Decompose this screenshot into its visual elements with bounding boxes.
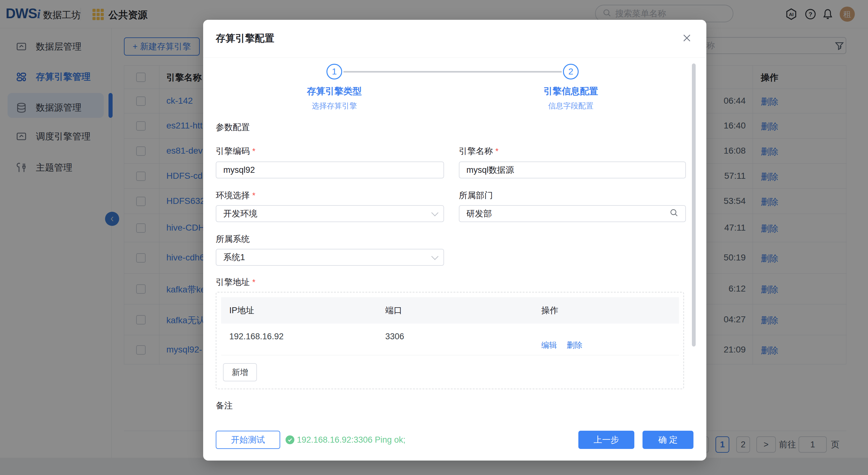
required-mark: *	[252, 191, 255, 200]
step-2-circle: 2	[563, 64, 579, 79]
system-select[interactable]: 系统1	[216, 249, 444, 266]
step-1-title: 存算引擎类型	[287, 85, 381, 98]
dialog-header-divider	[203, 58, 706, 58]
ping-result-text: 192.168.16.92:3306 Ping ok;	[297, 435, 405, 445]
engine-name-input[interactable]	[466, 165, 678, 175]
address-edit-link[interactable]: 编辑	[541, 340, 557, 350]
confirm-button[interactable]: 确 定	[643, 431, 693, 449]
chevron-down-icon	[432, 209, 439, 216]
modal-scrollbar[interactable]	[692, 64, 696, 346]
step-1-circle: 1	[327, 64, 342, 79]
params-section-title: 参数配置	[216, 122, 250, 133]
start-test-button[interactable]: 开始测试	[216, 431, 280, 449]
address-ip: 192.168.16.92	[229, 332, 284, 341]
required-mark: *	[495, 146, 498, 156]
env-label: 环境选择*	[216, 190, 255, 201]
engine-config-dialog: 存算引擎配置 1 2 存算引擎类型 选择存算引擎 引擎信息配置 信息字段配置 参…	[203, 20, 706, 461]
address-delete-link[interactable]: 删除	[567, 340, 583, 350]
step-2-number: 2	[568, 67, 573, 77]
address-label: 引擎地址*	[216, 276, 255, 288]
system-select-value: 系统1	[223, 251, 245, 263]
ping-result: 192.168.16.92:3306 Ping ok;	[285, 431, 405, 449]
env-select[interactable]: 开发环境	[216, 205, 444, 222]
dept-label: 所属部门	[459, 190, 493, 201]
env-select-value: 开发环境	[223, 208, 257, 219]
step-connector	[343, 71, 562, 73]
required-mark: *	[252, 146, 255, 156]
engine-code-label: 引擎编码*	[216, 145, 255, 157]
chevron-down-icon	[432, 253, 439, 260]
engine-code-input[interactable]	[223, 165, 436, 175]
address-table-row: 192.168.16.92 3306 编辑 删除	[221, 324, 679, 355]
engine-name-field[interactable]	[459, 162, 686, 178]
dept-search-icon[interactable]	[670, 208, 678, 219]
success-check-icon	[285, 435, 294, 444]
address-table-header: IP地址 端口 操作	[221, 297, 679, 324]
step-1-number: 1	[332, 67, 337, 77]
step-2-title: 引擎信息配置	[524, 85, 618, 98]
step-1-subtitle: 选择存算引擎	[287, 101, 381, 111]
step-2-subtitle: 信息字段配置	[524, 101, 618, 111]
close-icon[interactable]	[680, 31, 694, 45]
dept-field[interactable]	[459, 205, 686, 222]
dept-input[interactable]	[466, 209, 655, 219]
system-label: 所属系统	[216, 233, 250, 245]
port-column-header: 端口	[385, 305, 402, 316]
engine-code-field[interactable]	[216, 162, 444, 178]
ip-column-header: IP地址	[229, 305, 254, 316]
required-mark: *	[252, 277, 255, 287]
engine-name-label: 引擎名称*	[459, 145, 498, 157]
remark-label: 备注	[216, 400, 233, 411]
app-root: DWSi 数据工坊 公共资源 AI ?	[0, 0, 868, 475]
address-add-button[interactable]: 新增	[223, 363, 257, 381]
action-column-header: 操作	[541, 305, 558, 316]
dialog-title: 存算引擎配置	[216, 32, 274, 45]
address-port: 3306	[385, 332, 404, 341]
prev-step-button[interactable]: 上一步	[578, 431, 634, 449]
